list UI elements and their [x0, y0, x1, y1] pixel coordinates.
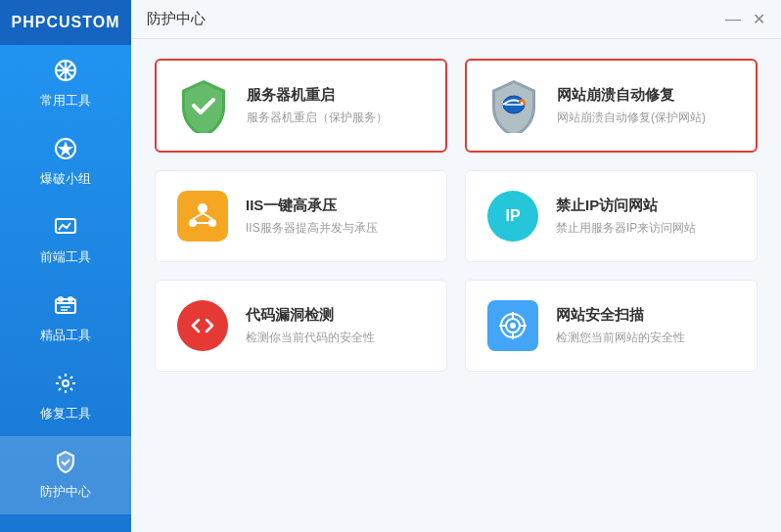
sidebar-item-repair-tools[interactable]: 修复工具: [0, 358, 131, 436]
card-icon-site-scan: [485, 298, 540, 353]
cards-grid: 服务器机重启 服务器机重启（保护服务）: [155, 59, 758, 372]
scan-icon: [487, 300, 538, 351]
card-icon-iis-pressure: [175, 189, 230, 244]
iis-icon: [177, 191, 228, 242]
card-title-code-leak: 代码漏洞检测: [246, 306, 427, 325]
sidebar-item-crack-group[interactable]: 爆破小组: [0, 123, 131, 201]
card-text-server-restart: 服务器机重启 服务器机重启（保护服务）: [247, 86, 426, 126]
card-code-leak[interactable]: 代码漏洞检测 检测你当前代码的安全性: [155, 280, 447, 372]
svg-line-21: [203, 213, 212, 219]
card-desc-site-crash-repair: 网站崩溃自动修复(保护网站): [557, 110, 736, 126]
card-text-iis-pressure: IIS一键高承压 IIS服务器提高并发与承压: [246, 197, 427, 237]
crack-group-icon: [54, 137, 77, 166]
sidebar-item-label-repair-tools: 修复工具: [40, 405, 91, 422]
sidebar-item-premium-tools[interactable]: 精品工具: [0, 280, 131, 358]
card-desc-block-ip: 禁止用服务器IP来访问网站: [556, 220, 737, 237]
card-title-site-scan: 网站安全扫描: [556, 306, 737, 325]
titlebar-title: 防护中心: [147, 10, 206, 28]
sidebar-item-protection-center[interactable]: 防护中心: [0, 436, 131, 514]
svg-marker-6: [58, 141, 73, 156]
repair-tools-icon: [54, 372, 77, 401]
sidebar-item-frontend-tools[interactable]: 前端工具: [0, 201, 131, 280]
card-desc-code-leak: 检测你当前代码的安全性: [246, 330, 427, 346]
card-block-ip[interactable]: IP 禁止IP访问网站 禁止用服务器IP来访问网站: [465, 170, 758, 262]
card-text-code-leak: 代码漏洞检测 检测你当前代码的安全性: [246, 306, 427, 346]
svg-line-20: [193, 213, 203, 219]
frontend-tools-icon: [54, 215, 77, 244]
card-desc-server-restart: 服务器机重启（保护服务）: [247, 110, 426, 126]
code-icon: [177, 300, 228, 351]
card-icon-block-ip: IP: [485, 189, 540, 244]
sidebar-item-label-premium-tools: 精品工具: [40, 327, 91, 344]
card-title-site-crash-repair: 网站崩溃自动修复: [557, 86, 736, 105]
card-title-server-restart: 服务器机重启: [247, 86, 426, 105]
card-text-site-scan: 网站安全扫描 检测您当前网站的安全性: [556, 306, 737, 346]
sidebar-item-label-crack-group: 爆破小组: [40, 170, 91, 188]
common-tools-icon: [54, 59, 77, 88]
card-icon-code-leak: [175, 298, 230, 353]
sidebar-item-label-protection-center: 防护中心: [40, 483, 91, 501]
sidebar: PHPCUSTOM 常用工具 爆破小组: [0, 0, 131, 532]
minimize-button[interactable]: —: [725, 12, 741, 27]
ip-icon: IP: [487, 191, 538, 242]
titlebar: 防护中心 — ✕: [131, 0, 781, 39]
card-site-crash-repair[interactable]: 网站崩溃自动修复 网站崩溃自动修复(保护网站): [465, 59, 758, 153]
titlebar-controls: — ✕: [725, 12, 765, 27]
card-title-iis-pressure: IIS一键高承压: [246, 197, 427, 215]
card-server-restart[interactable]: 服务器机重启 服务器机重启（保护服务）: [155, 59, 447, 153]
card-title-block-ip: 禁止IP访问网站: [556, 197, 737, 215]
sidebar-item-common-tools[interactable]: 常用工具: [0, 45, 131, 123]
protection-center-icon: [54, 450, 77, 479]
card-text-block-ip: 禁止IP访问网站 禁止用服务器IP来访问网站: [556, 197, 737, 237]
main-content: 防护中心 — ✕ 服务器机重启: [131, 0, 781, 532]
card-desc-site-scan: 检测您当前网站的安全性: [556, 330, 737, 346]
svg-point-14: [63, 380, 69, 386]
card-site-scan[interactable]: 网站安全扫描 检测您当前网站的安全性: [465, 280, 758, 372]
card-iis-pressure[interactable]: IIS一键高承压 IIS服务器提高并发与承压: [155, 170, 447, 262]
sidebar-item-label-common-tools: 常用工具: [40, 92, 91, 110]
card-icon-site-crash-repair: [486, 78, 541, 133]
premium-tools-icon: [54, 293, 77, 323]
card-icon-server-restart: [176, 78, 231, 133]
close-button[interactable]: ✕: [753, 12, 765, 27]
sidebar-logo: PHPCUSTOM: [0, 0, 131, 45]
card-desc-iis-pressure: IIS服务器提高并发与承压: [246, 220, 427, 237]
content-area: 服务器机重启 服务器机重启（保护服务）: [131, 39, 781, 532]
sidebar-item-label-frontend-tools: 前端工具: [40, 248, 91, 266]
svg-point-17: [198, 203, 207, 213]
svg-point-25: [510, 323, 516, 329]
card-text-site-crash-repair: 网站崩溃自动修复 网站崩溃自动修复(保护网站): [557, 86, 736, 126]
